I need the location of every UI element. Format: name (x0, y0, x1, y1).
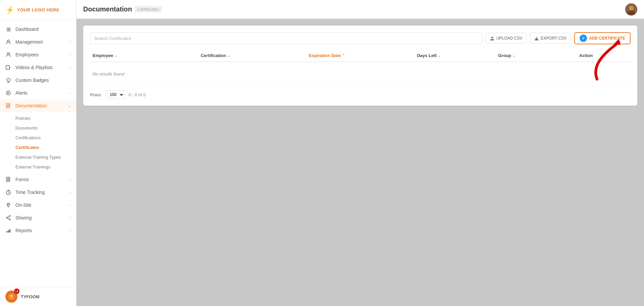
subnav-documents[interactable]: Documents (0, 123, 76, 133)
svg-point-1 (7, 53, 9, 55)
page-title: Documentation (83, 5, 132, 13)
sidebar-item-dashboard[interactable]: ⊞ Dashboard (0, 23, 76, 36)
col-action: Action (577, 53, 631, 58)
svg-marker-3 (9, 67, 11, 68)
table-body: No results found (90, 62, 631, 86)
subnav-external-training-types[interactable]: External Training Types (0, 152, 76, 162)
documentation-icon (5, 103, 11, 109)
tyfoom-logo: T 11 (5, 291, 17, 303)
sidebar-item-label: Videos & Playlists (15, 65, 53, 70)
sidebar-item-videos[interactable]: Videos & Playlists › (0, 61, 76, 74)
sort-icon: ⌄ (114, 54, 117, 57)
sidebar-item-forms[interactable]: Forms › (0, 173, 76, 186)
content-area: UPLOAD CSV EXPORT CSV + ADD CERTIFICATE … (76, 19, 644, 306)
sidebar-item-label: Custom Badges (15, 78, 49, 83)
logo-icon: ⚡ (5, 6, 14, 14)
dashboard-icon: ⊞ (5, 26, 11, 32)
sidebar-item-label: On-Site (15, 202, 31, 208)
alerts-icon (5, 90, 11, 96)
svg-rect-2 (6, 65, 9, 69)
sidebar-bottom[interactable]: T 11 TYFOOM (0, 287, 76, 306)
sidebar-item-label: Time Tracking (15, 190, 45, 195)
svg-rect-15 (9, 229, 10, 233)
chevron-icon: › (69, 203, 71, 207)
sidebar-item-alerts[interactable]: Alerts › (0, 87, 76, 99)
svg-point-9 (8, 204, 9, 205)
col-employee[interactable]: Employee ⌄ (90, 53, 198, 58)
svg-point-12 (9, 219, 10, 220)
sidebar-item-label: Alerts (15, 90, 28, 96)
badges-icon (5, 77, 11, 83)
sidebar-item-custom-badges[interactable]: Custom Badges (0, 74, 76, 87)
table-footer: Rows: 100 0 - 0 of 0 (90, 86, 631, 99)
col-group[interactable]: Group ⌄ (495, 53, 577, 58)
sidebar-item-label: Sharing (15, 215, 32, 220)
sidebar-item-label: Documentation (15, 103, 47, 108)
documentation-submenu: Policies Documents Certifications Certif… (0, 112, 76, 173)
main-content: Documentation Certificates UPLOAD CSV EX… (76, 0, 644, 306)
reports-icon (5, 227, 11, 234)
chevron-icon: › (69, 216, 71, 220)
svg-rect-14 (8, 230, 9, 233)
sidebar-item-label: Forms (15, 177, 29, 182)
user-avatar[interactable] (625, 3, 637, 15)
toolbar: UPLOAD CSV EXPORT CSV + ADD CERTIFICATE (90, 32, 631, 44)
header-right (625, 3, 637, 15)
sidebar-item-documentation[interactable]: Documentation ⌄ (0, 99, 76, 112)
sort-icon: ⌄ (438, 54, 441, 57)
subnav-policies[interactable]: Policies (0, 113, 76, 123)
sidebar-item-label: Reports (15, 228, 32, 233)
chevron-icon: › (69, 190, 71, 194)
table-header: Employee ⌄ Certification ⌄ Expiration Da… (90, 50, 631, 62)
col-expiration-date[interactable]: Expiration Date ⌃ (306, 53, 414, 58)
search-input[interactable] (90, 32, 482, 44)
chevron-icon: › (69, 91, 71, 95)
sidebar-item-employees[interactable]: Employees › (0, 48, 76, 61)
upload-csv-button[interactable]: UPLOAD CSV (486, 33, 527, 44)
tyfoom-label: TYFOOM (21, 294, 40, 299)
sort-icon: ⌄ (513, 54, 515, 57)
notification-badge: 11 (14, 289, 19, 294)
sidebar-item-label: Employees (15, 52, 39, 57)
svg-text:T: T (10, 295, 13, 299)
sidebar-item-management[interactable]: Management › (0, 36, 76, 48)
col-days-left[interactable]: Days Left ⌄ (414, 53, 495, 58)
rows-select[interactable]: 100 (106, 90, 124, 99)
time-tracking-icon (5, 189, 11, 195)
on-site-icon (5, 202, 11, 208)
sidebar-nav: ⊞ Dashboard Management › Employees › Vid… (0, 20, 76, 287)
add-certificate-button[interactable]: + ADD CERTIFICATE (574, 32, 631, 44)
plus-circle-icon: + (580, 35, 587, 42)
chevron-icon: › (69, 65, 71, 69)
svg-point-19 (629, 6, 634, 10)
export-csv-label: EXPORT CSV (541, 36, 567, 41)
chevron-down-icon: ⌄ (68, 104, 71, 108)
rows-label: Rows: (90, 92, 102, 97)
subnav-certifications[interactable]: Certifications (0, 133, 76, 143)
sidebar-item-reports[interactable]: Reports › (0, 224, 76, 237)
breadcrumb-sub: Certificates (135, 6, 162, 12)
sidebar-item-time-tracking[interactable]: Time Tracking › (0, 186, 76, 199)
chevron-icon: › (69, 40, 71, 44)
sidebar-item-label: Management (15, 39, 43, 45)
chevron-icon: › (69, 228, 71, 233)
pagination-info: 0 - 0 of 0 (128, 92, 146, 97)
logo-text: YOUR LOGO HERE (17, 7, 59, 12)
logo-area[interactable]: ⚡ YOUR LOGO HERE (0, 0, 76, 20)
svg-rect-13 (6, 231, 7, 233)
sidebar-item-label: Dashboard (15, 27, 39, 32)
subnav-external-trainings[interactable]: External Trainings (0, 162, 76, 172)
upload-csv-label: UPLOAD CSV (496, 36, 522, 41)
management-icon (5, 39, 11, 45)
svg-point-4 (7, 78, 10, 82)
svg-point-11 (6, 217, 8, 218)
col-certification[interactable]: Certification ⌄ (198, 53, 306, 58)
sharing-icon (5, 215, 11, 221)
subnav-certificates[interactable]: Certificates (0, 143, 76, 152)
add-cert-label: ADD CERTIFICATE (589, 36, 625, 41)
content-card: UPLOAD CSV EXPORT CSV + ADD CERTIFICATE … (83, 26, 637, 106)
sidebar-item-on-site[interactable]: On-Site › (0, 199, 76, 211)
breadcrumb: Documentation Certificates (83, 5, 162, 13)
export-csv-button[interactable]: EXPORT CSV (530, 33, 571, 44)
sidebar-item-sharing[interactable]: Sharing › (0, 211, 76, 224)
